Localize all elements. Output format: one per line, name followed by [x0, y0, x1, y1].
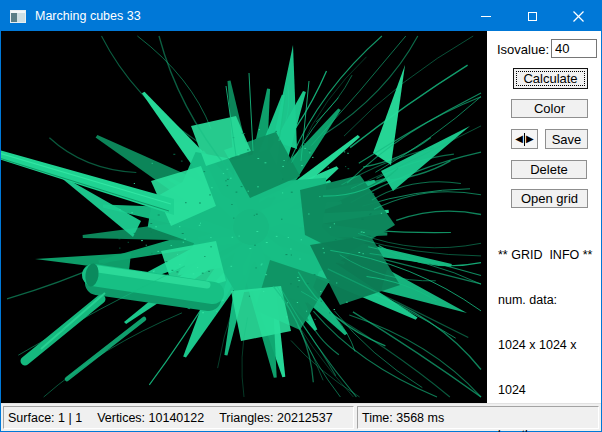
app-icon [10, 10, 26, 23]
grid-info-line: num. data: [498, 293, 592, 308]
grid-info-line: 1024 x 1024 x [498, 338, 592, 353]
close-icon [573, 11, 584, 22]
status-triangles: Triangles: 20212537 [219, 411, 333, 425]
grid-info-line: 1024 [498, 383, 592, 398]
spinner-divider [524, 133, 525, 146]
maximize-button[interactable] [509, 1, 555, 31]
status-time: Time: 3568 ms [362, 411, 444, 425]
close-button[interactable] [555, 1, 601, 31]
window-controls [463, 1, 601, 31]
spin-right-icon[interactable]: ▶ [526, 134, 534, 144]
viewport-3d[interactable] [1, 31, 487, 403]
isosurface-render[interactable] [1, 31, 487, 403]
calculate-button[interactable]: Calculate [513, 68, 588, 89]
titlebar[interactable]: Marching cubes 33 [1, 1, 601, 31]
isovalue-label: Isovalue: [497, 42, 549, 57]
app-window: Marching cubes 33 Isovalue: Calculate [0, 0, 602, 432]
status-vertices: Vertices: 10140122 [97, 411, 204, 425]
status-surface: Surface: 1 | 1 [8, 411, 82, 425]
grid-info: ** GRID INFO ** num. data: 1024 x 1024 x… [498, 218, 592, 432]
surface-spinner[interactable]: ◀ ▶ [511, 129, 538, 149]
minimize-icon [481, 16, 491, 17]
grid-info-title: ** GRID INFO ** [498, 248, 592, 263]
maximize-icon [528, 12, 537, 21]
open-grid-button[interactable]: Open grid [511, 189, 588, 208]
status-pane-counts: Surface: 1 | 1 Vertices: 10140122 Triang… [3, 406, 354, 429]
grid-info-line: lengths: [498, 428, 592, 432]
control-panel: Isovalue: Calculate Color ◀ ▶ Save Delet… [487, 31, 601, 403]
delete-button[interactable]: Delete [511, 160, 587, 179]
color-button[interactable]: Color [511, 99, 588, 118]
isovalue-input[interactable] [551, 39, 597, 58]
minimize-button[interactable] [463, 1, 509, 31]
spin-left-icon[interactable]: ◀ [515, 134, 523, 144]
window-title: Marching cubes 33 [35, 9, 463, 23]
save-button[interactable]: Save [545, 129, 588, 149]
